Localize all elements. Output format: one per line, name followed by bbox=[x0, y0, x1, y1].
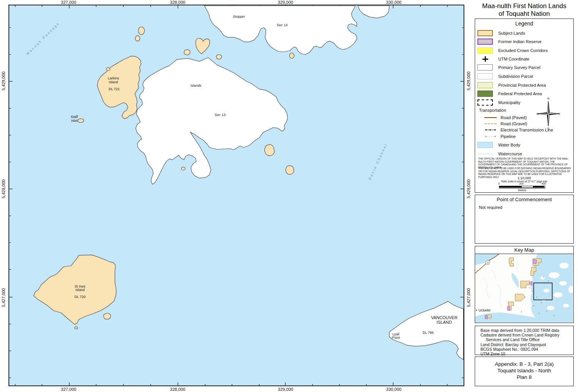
main-map-canvas: Stopper Sec 14 Islands Sec 13 Larkins Is… bbox=[9, 5, 464, 385]
axis-label-bottom: 329,000 bbox=[278, 387, 293, 392]
scale-bar-segments bbox=[499, 186, 545, 188]
compass-w: W bbox=[536, 113, 539, 115]
compass-rose-icon: N S W E bbox=[536, 96, 561, 130]
legend-item-label: Water Body bbox=[498, 143, 520, 147]
legend-panel: Legend Subject Lands Former Indian Reser… bbox=[475, 19, 574, 193]
legend-item-label: Road (Gravel) bbox=[501, 121, 527, 126]
federal-area-swatch bbox=[477, 91, 493, 97]
islet-shape bbox=[138, 27, 144, 35]
legend-item-subdivision-parcel: Subdivision Parcel bbox=[477, 73, 533, 80]
label-dl796: DL 796 bbox=[423, 331, 434, 335]
legend-item-label: Federal Protected Area bbox=[498, 91, 542, 96]
axis-label-bottom: 330,000 bbox=[386, 387, 402, 392]
sheet-title-line2: of Toquaht Nation bbox=[475, 10, 574, 18]
sheet-title: Maa-nulth First Nation Lands of Toquaht … bbox=[475, 2, 574, 18]
axis-label-left: 5,429,000 bbox=[1, 72, 6, 91]
poc-body: Not required bbox=[479, 205, 502, 210]
axis-label-bottom: 327,000 bbox=[61, 387, 76, 392]
label-st-ines: Island bbox=[76, 288, 85, 292]
scale-unit: Metres bbox=[499, 188, 545, 192]
transportation-header: Transportation bbox=[479, 108, 506, 113]
subdivision-parcel-swatch bbox=[477, 73, 493, 79]
legend-item-pipeline: Pipeline bbox=[477, 133, 516, 140]
primary-parcel-swatch bbox=[477, 64, 493, 71]
axis-label-right: 5,427,000 bbox=[466, 288, 471, 307]
legend-item-primary-parcel: Primary Survey Parcel bbox=[477, 64, 540, 71]
axis-label-right: 5,429,000 bbox=[466, 72, 471, 91]
scale-bar: 0 200 400 Metres bbox=[499, 182, 545, 192]
base-info-line: Base map derived from 1:20,000 TRIM data bbox=[481, 328, 560, 333]
legend-item-former-reserve: Former Indian Reserve bbox=[477, 38, 542, 45]
staff-islet-shape bbox=[78, 119, 84, 123]
key-map-svg: 4 bbox=[475, 254, 573, 322]
provincial-area-swatch bbox=[477, 82, 493, 88]
legend-item-federal-area: Federal Protected Area bbox=[477, 90, 542, 97]
sheet-title-line1: Maa-nulth First Nation Lands bbox=[475, 2, 574, 10]
legend-item-label: Primary Survey Parcel bbox=[498, 65, 540, 70]
former-reserve-swatch bbox=[477, 39, 493, 45]
legend-item-municipality: Municipality bbox=[477, 99, 520, 106]
scale-bar-labels: 0 200 400 bbox=[499, 182, 545, 186]
appendix-text: Appendix: B - 3, Part 2(a) Toquaht Islan… bbox=[475, 361, 573, 380]
islet-shape bbox=[216, 54, 222, 59]
legend-item-subject-lands: Subject Lands bbox=[477, 30, 525, 37]
axis-label-top: 330,000 bbox=[386, 0, 402, 5]
label-sec14: Sec 14 bbox=[277, 23, 288, 27]
main-map: Stopper Sec 14 Islands Sec 13 Larkins Is… bbox=[8, 5, 464, 386]
subject-lands-swatch bbox=[477, 30, 493, 36]
axis-label-top: 328,000 bbox=[170, 0, 185, 5]
compass-n: N bbox=[547, 97, 549, 100]
utm-coordinate-icon bbox=[477, 56, 493, 62]
excluded-corridors-swatch bbox=[477, 47, 493, 54]
legend-item-watercourse: Watercourse bbox=[477, 150, 522, 157]
scale-tick-label: 200 bbox=[519, 182, 524, 185]
label-larkins: Island bbox=[109, 80, 118, 84]
appendix-line2: Toquaht Islands - North bbox=[475, 367, 573, 374]
water-body-swatch bbox=[477, 142, 493, 148]
legend-item-label: UTM Coordinate bbox=[498, 57, 529, 61]
compass-e: E bbox=[558, 113, 560, 115]
legend-item-label: Road (Paved) bbox=[501, 115, 527, 120]
map-sheet: 327,000 328,000 329,000 330,000 327,000 … bbox=[0, 0, 578, 392]
islet-shape bbox=[286, 166, 294, 175]
pipeline-symbol bbox=[484, 135, 497, 138]
label-larkins: Larkins bbox=[108, 76, 119, 80]
base-info-line: Cadastre derived from Crown Land Registr… bbox=[481, 333, 560, 337]
base-info-panel: Base map derived from 1:20,000 TRIM data… bbox=[475, 326, 574, 355]
legend-item-label: Provincial Protected Area bbox=[498, 83, 546, 87]
label-dl720: DL 720 bbox=[74, 295, 86, 299]
islet-shape bbox=[75, 327, 78, 329]
base-info-line: Land District: Barclay and Clayoquot bbox=[481, 342, 560, 347]
municipality-swatch bbox=[477, 99, 493, 106]
legend-item-utm-coordinate: UTM Coordinate bbox=[477, 56, 529, 62]
axis-label-top: 327,000 bbox=[61, 0, 76, 5]
appendix-panel: Appendix: B - 3, Part 2(a) Toquaht Islan… bbox=[475, 357, 574, 386]
legend-item-provincial-area: Provincial Protected Area bbox=[477, 82, 546, 89]
label-stopper: Stopper bbox=[233, 15, 245, 19]
key-map-canvas: 4 bbox=[475, 254, 573, 322]
scale-tick-label: 400 bbox=[541, 182, 546, 185]
legend-title: Legend bbox=[475, 20, 573, 27]
key-map-title: Key Map bbox=[475, 247, 573, 254]
poc-title: Point of Commencement bbox=[475, 197, 573, 202]
road-paved-symbol bbox=[484, 117, 497, 118]
compass-s: S bbox=[548, 127, 549, 130]
islet-shape bbox=[135, 36, 140, 41]
legend-item-label: Subdivision Parcel bbox=[498, 74, 533, 79]
islet-shape bbox=[181, 167, 185, 170]
label-lyall-point: Lyall bbox=[392, 332, 399, 336]
islet-shape bbox=[104, 313, 111, 320]
road-gravel-symbol bbox=[484, 123, 497, 124]
legend-item-label: Excluded Crown Corridors bbox=[498, 48, 548, 53]
point-of-commencement-panel: Point of Commencement Not required bbox=[475, 195, 574, 244]
islet-shape bbox=[265, 145, 275, 156]
legend-item-label: Municipality bbox=[498, 100, 520, 105]
label-ucluelet: Ucluelet bbox=[479, 308, 491, 312]
label-staff-islet: Islet bbox=[71, 119, 77, 123]
islet-shape bbox=[106, 67, 110, 71]
label-vancouver-island: VANCOUVER bbox=[431, 315, 458, 320]
label-vancouver-island: ISLAND bbox=[437, 320, 452, 325]
base-info-line: BCGS Mapsheet No.: 092C.094 bbox=[481, 347, 560, 352]
islet-shape bbox=[184, 50, 190, 55]
appendix-line1: Appendix: B - 3, Part 2(a) bbox=[475, 361, 573, 367]
